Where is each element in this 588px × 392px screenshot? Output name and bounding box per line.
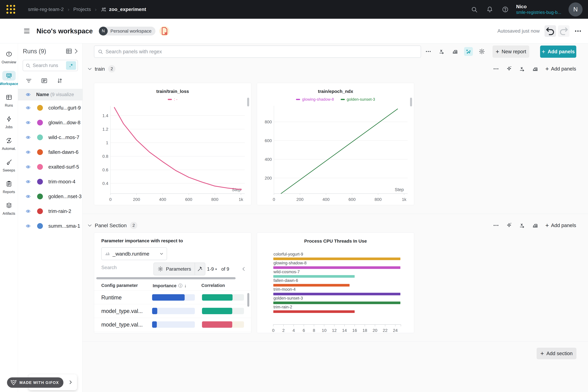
visibility-eye-icon[interactable] [25, 209, 31, 214]
visibility-eye-icon[interactable] [25, 92, 31, 97]
section-header-panel-section[interactable]: Panel Section 2 + Add panels [83, 221, 588, 230]
table-icon[interactable] [65, 48, 72, 55]
run-name[interactable]: exalted-surf-5 [48, 164, 79, 170]
smoothing-iron-icon[interactable] [451, 47, 459, 56]
run-name[interactable]: fallen-dawn-6 [48, 149, 78, 155]
run-name[interactable]: glowin...dow-8 [48, 120, 80, 126]
x-axis-icon[interactable] [518, 221, 527, 230]
smoothing-iron-icon[interactable] [531, 221, 540, 230]
magic-wand-button[interactable] [195, 263, 205, 275]
horizontal-scrollbar[interactable] [96, 277, 236, 279]
info-icon[interactable]: ⓘ [178, 283, 182, 288]
section-name[interactable]: Panel Section [95, 222, 127, 228]
sparkle-icon[interactable] [505, 64, 514, 73]
visibility-eye-icon[interactable] [25, 165, 31, 169]
chevron-down-icon[interactable] [87, 66, 92, 72]
run-row[interactable]: trim-moon-4 [18, 174, 82, 189]
collapse-left-icon[interactable] [241, 266, 246, 272]
search-runs-input[interactable]: Search runs .* [23, 60, 78, 71]
personal-workspace-badge[interactable]: N Personal workspace [99, 27, 156, 36]
panel-parameter-importance[interactable]: Parameter importance with respect to _wa… [94, 232, 251, 333]
run-name[interactable]: golden...nset-3 [48, 194, 82, 199]
visibility-eye-icon[interactable] [25, 224, 31, 228]
section-add-panels-button[interactable]: + Add panels [545, 66, 576, 72]
user-team-link[interactable]: smle-registries-bug-b... [516, 10, 561, 15]
run-name[interactable]: trim-moon-4 [48, 179, 75, 184]
help-icon[interactable] [502, 6, 509, 13]
panel-epoch-ndx[interactable]: train/epoch_ndx glowing-shadow-8golden-s… [257, 83, 414, 205]
visibility-eye-icon[interactable] [25, 120, 31, 125]
clear-workspace-icon[interactable] [159, 26, 170, 36]
outliers-icon[interactable] [464, 47, 473, 56]
avatar[interactable]: N [569, 2, 583, 16]
sidebar-item-reports[interactable]: Reports [0, 176, 18, 197]
dots-menu-icon[interactable] [492, 221, 500, 230]
run-row[interactable]: summ...sma-1 [18, 218, 82, 233]
add-section-button[interactable]: + Add section [537, 348, 577, 359]
run-row[interactable]: colorfu...gurt-9 [18, 100, 82, 115]
run-row[interactable]: trim-rain-2 [18, 204, 82, 218]
run-name[interactable]: trim-rain-2 [48, 208, 71, 214]
importance-table-row[interactable]: model_type.val... [94, 318, 251, 332]
user-info[interactable]: Nico smle-registries-bug-b... [516, 4, 561, 15]
visibility-eye-icon[interactable] [25, 106, 31, 110]
importance-search-input[interactable]: Search [101, 265, 117, 270]
run-row[interactable]: fallen-dawn-6 [18, 145, 82, 160]
train-loss-chart[interactable]: 0.40.60.811.21.402004006008001kStep [94, 83, 251, 205]
breadcrumb-project[interactable]: zoo_experiment [101, 6, 146, 13]
visibility-eye-icon[interactable] [25, 135, 31, 140]
sort-desc-arrow-icon[interactable]: ↓ [184, 283, 187, 288]
section-header-train[interactable]: train 2 + Add panels [83, 64, 588, 74]
runs-list-header[interactable]: Name (9 visualize [18, 89, 82, 100]
add-panels-button[interactable]: + Add panels [540, 46, 576, 58]
run-row[interactable]: glowin...dow-8 [18, 115, 82, 130]
breadcrumb-team[interactable]: smle-reg-team-2 [28, 6, 64, 12]
chevron-right-icon[interactable] [72, 48, 79, 55]
sidebar-item-runs[interactable]: Runs [0, 89, 18, 111]
run-name[interactable]: colorfu...gurt-9 [48, 105, 81, 111]
sidebar-item-workspace[interactable]: Workspace [0, 68, 18, 89]
run-row[interactable]: exalted-surf-5 [18, 160, 82, 174]
sidebar-item-artifacts[interactable]: Artifacts [0, 197, 18, 219]
regex-toggle[interactable]: .* [66, 61, 76, 70]
sidebar-item-jobs[interactable]: Jobs [0, 111, 18, 132]
next-page-icon[interactable] [68, 380, 73, 385]
sidebar-item-overview[interactable]: Overview [0, 46, 18, 68]
dots-menu-icon[interactable] [492, 64, 500, 73]
group-list-icon[interactable] [41, 77, 48, 84]
sparkle-icon[interactable] [505, 221, 514, 230]
visibility-eye-icon[interactable] [25, 180, 31, 184]
dots-menu-icon[interactable] [424, 47, 433, 56]
menu-hamburger-icon[interactable] [24, 29, 29, 33]
importance-pagination[interactable]: 1-9▾ of 9 [207, 266, 229, 272]
vertical-scrollbar[interactable] [247, 293, 249, 307]
cpu-threads-bar-chart[interactable]: colorful-yogurt-9glowing-shadow-8wild-co… [257, 233, 414, 333]
importance-table-row[interactable]: model_type.val... [94, 304, 251, 318]
x-axis-icon[interactable] [518, 64, 527, 73]
metric-selector-dropdown[interactable]: _wandb.runtime [101, 247, 167, 260]
panel-cpu-threads[interactable]: Process CPU Threads In Use colorful-yogu… [257, 232, 414, 333]
bell-icon[interactable] [486, 6, 493, 13]
panel-train-loss[interactable]: train/train_loss : - 0.40.60.811.21.4020… [94, 83, 251, 205]
sidebar-item-sweeps[interactable]: Sweeps [0, 154, 18, 176]
chevron-down-icon[interactable] [87, 223, 92, 228]
run-name[interactable]: summ...sma-1 [48, 223, 80, 229]
visibility-eye-icon[interactable] [25, 194, 31, 199]
run-row[interactable]: wild-c...mos-7 [18, 130, 82, 145]
search-panels-input[interactable]: Search panels with regex [94, 46, 421, 58]
settings-gear-icon[interactable] [477, 47, 486, 56]
epoch-ndx-chart[interactable]: 20040060080002004006008001kStep [257, 83, 414, 205]
new-report-button[interactable]: + New report [492, 46, 529, 58]
sidebar-item-automat[interactable]: Automat. [0, 132, 18, 154]
run-name[interactable]: wild-c...mos-7 [48, 134, 79, 140]
redo-button[interactable] [558, 25, 570, 37]
breadcrumb-projects[interactable]: Projects [73, 6, 91, 12]
header-overflow-menu-icon[interactable] [574, 27, 582, 35]
wandb-logo-icon[interactable] [6, 5, 15, 14]
search-icon[interactable] [471, 6, 478, 13]
section-name[interactable]: train [95, 66, 105, 72]
filter-icon[interactable] [25, 77, 32, 84]
sort-icon[interactable] [56, 77, 63, 84]
importance-table-row[interactable]: Runtime [94, 291, 251, 304]
parameters-manage-button[interactable]: Parameters [154, 263, 195, 275]
